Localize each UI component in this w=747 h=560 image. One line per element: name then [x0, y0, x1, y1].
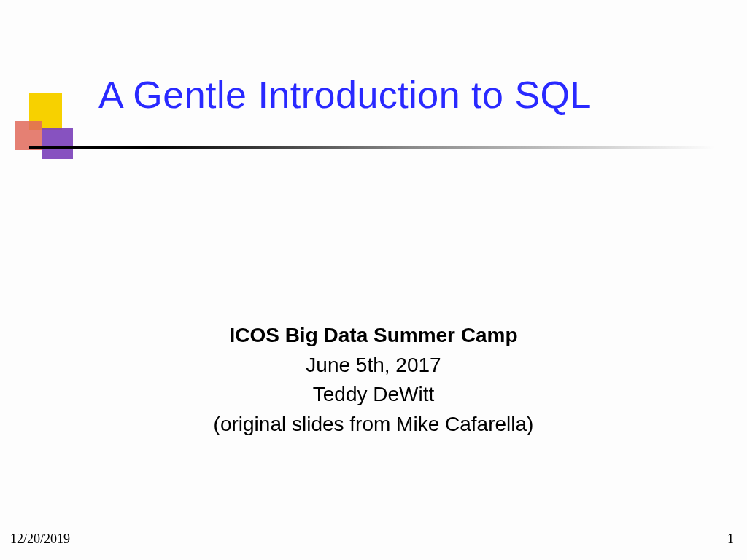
- slide: A Gentle Introduction to SQL ICOS Big Da…: [0, 0, 747, 560]
- slide-title: A Gentle Introduction to SQL: [98, 73, 592, 117]
- square-purple-icon: [42, 128, 73, 159]
- body-date: June 5th, 2017: [0, 351, 747, 381]
- title-underline: [29, 146, 715, 149]
- slide-body: ICOS Big Data Summer Camp June 5th, 2017…: [0, 321, 747, 439]
- footer-date: 12/20/2019: [10, 532, 70, 547]
- body-credit: (original slides from Mike Cafarella): [0, 410, 747, 440]
- footer-page-number: 1: [727, 532, 734, 547]
- body-heading: ICOS Big Data Summer Camp: [0, 321, 747, 351]
- body-author: Teddy DeWitt: [0, 380, 747, 410]
